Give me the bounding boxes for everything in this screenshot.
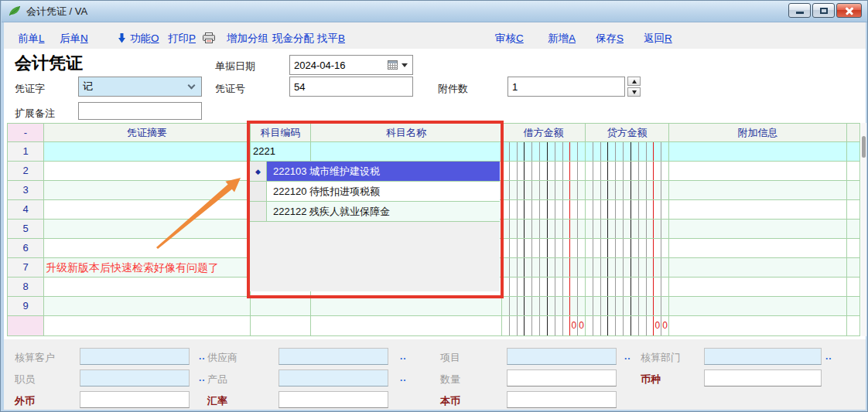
cell-debit[interactable] xyxy=(502,142,586,162)
row-number-cell[interactable]: 8 xyxy=(8,278,44,297)
supplier-lookup-button[interactable]: .. xyxy=(400,351,407,362)
cell-debit[interactable] xyxy=(502,220,586,239)
cell-summary[interactable] xyxy=(44,220,251,239)
cell-credit[interactable] xyxy=(586,278,669,297)
cell-debit[interactable] xyxy=(502,162,586,181)
cell-extra[interactable] xyxy=(669,297,847,316)
toolbar-prev-button[interactable]: 前单L xyxy=(18,32,45,46)
cell-extra[interactable] xyxy=(669,181,847,200)
row-number-cell[interactable]: 2 xyxy=(8,162,44,181)
cell-spare[interactable] xyxy=(847,200,860,220)
project-lookup-button[interactable]: .. xyxy=(624,351,631,362)
dropdown-item[interactable]: 222122 残疾人就业保障金 xyxy=(250,202,500,222)
cell-credit[interactable] xyxy=(586,297,669,316)
cell-summary[interactable] xyxy=(44,142,251,162)
cell-credit[interactable] xyxy=(586,220,669,239)
close-button[interactable] xyxy=(836,3,862,18)
currency-input[interactable] xyxy=(704,369,822,386)
cell-name[interactable] xyxy=(311,142,502,162)
stepper-up-button[interactable] xyxy=(627,77,641,86)
row-number-cell[interactable] xyxy=(8,316,44,336)
toolbar-next-button[interactable]: 后单N xyxy=(60,32,88,46)
cell-spare[interactable] xyxy=(847,162,860,181)
account-code-editor[interactable]: 2221 xyxy=(251,142,311,162)
cell-name[interactable] xyxy=(311,297,502,316)
memo-input[interactable] xyxy=(78,102,202,120)
cell-summary[interactable] xyxy=(44,297,251,316)
row-number-cell[interactable]: 5 xyxy=(8,220,44,239)
row-number-cell[interactable]: 4 xyxy=(8,200,44,220)
foreign-amount-input[interactable] xyxy=(80,391,190,408)
date-dropdown-arrow-icon[interactable] xyxy=(402,63,408,67)
cell-credit[interactable] xyxy=(586,200,669,220)
product-input[interactable] xyxy=(279,369,388,386)
cell-extra[interactable] xyxy=(669,220,847,239)
calendar-icon[interactable] xyxy=(388,60,398,70)
scrollbar-thumb[interactable] xyxy=(862,136,866,158)
employee-lookup-button[interactable]: .. xyxy=(199,373,206,383)
cell-spare[interactable] xyxy=(847,297,860,316)
cell-extra[interactable] xyxy=(669,278,847,297)
cell-spare[interactable] xyxy=(847,220,860,239)
cell-code[interactable] xyxy=(251,297,311,316)
cell-extra[interactable] xyxy=(669,142,847,162)
toolbar-return-button[interactable]: 返回R xyxy=(644,32,672,46)
customer-lookup-button[interactable]: .. xyxy=(199,351,206,362)
cell-extra[interactable] xyxy=(669,162,847,181)
department-input[interactable] xyxy=(704,348,822,365)
row-number-cell[interactable]: 7 xyxy=(8,258,44,278)
toolbar-audit-button[interactable]: 审核C xyxy=(495,32,524,46)
row-number-cell[interactable]: 9 xyxy=(8,297,44,316)
cell-spare[interactable] xyxy=(847,278,860,297)
cell-summary[interactable] xyxy=(44,181,251,200)
dropdown-item[interactable]: 222120 待抵扣进项税额 xyxy=(250,182,500,202)
dropdown-item-selected[interactable]: ◆ 222103 城市维护建设税 xyxy=(250,162,500,182)
toolbar-cash-allocate-button[interactable]: 现金分配 xyxy=(272,32,314,46)
cell-spare[interactable] xyxy=(847,258,860,278)
project-input[interactable] xyxy=(507,348,617,365)
local-amount-input[interactable] xyxy=(507,391,617,408)
cell-credit[interactable] xyxy=(586,142,669,162)
cell-credit[interactable] xyxy=(586,181,669,200)
row-number-cell[interactable]: 1 xyxy=(8,142,44,162)
customer-input[interactable] xyxy=(80,348,190,365)
attachments-input[interactable]: 1 xyxy=(507,77,625,97)
function-down-arrow-icon[interactable] xyxy=(118,32,126,46)
maximize-button[interactable] xyxy=(812,3,835,18)
stepper-down-button[interactable] xyxy=(627,87,641,97)
department-lookup-button[interactable]: .. xyxy=(825,351,832,362)
voucher-no-input[interactable]: 54 xyxy=(289,77,413,97)
cell-extra[interactable] xyxy=(669,200,847,220)
row-number-cell[interactable]: 3 xyxy=(8,181,44,200)
toolbar-new-button[interactable]: 新增A xyxy=(548,32,576,46)
cell-debit[interactable] xyxy=(502,297,586,316)
minimize-button[interactable] xyxy=(788,3,811,18)
cell-summary[interactable] xyxy=(44,162,251,181)
toolbar-add-group-button[interactable]: 增加分组 xyxy=(227,32,268,46)
exchange-rate-input[interactable] xyxy=(279,391,388,408)
cell-summary[interactable]: 升级新版本后快速检索好像有问题了 xyxy=(44,258,251,278)
cell-spare[interactable] xyxy=(847,181,860,200)
cell-summary[interactable] xyxy=(44,278,251,297)
cell-credit[interactable] xyxy=(586,239,669,258)
toolbar-balance-button[interactable]: 找平B xyxy=(317,32,345,46)
cell-credit[interactable] xyxy=(586,258,669,278)
cell-extra[interactable] xyxy=(669,239,847,258)
cell-spare[interactable] xyxy=(847,142,860,162)
cell-credit[interactable] xyxy=(586,162,669,181)
cell-debit[interactable] xyxy=(502,258,586,278)
date-input[interactable]: 2024-04-16 xyxy=(289,55,413,75)
printer-icon[interactable] xyxy=(203,32,216,46)
cell-summary[interactable] xyxy=(44,200,251,220)
cell-summary[interactable] xyxy=(44,239,251,258)
supplier-input[interactable] xyxy=(279,348,388,365)
quantity-input[interactable] xyxy=(507,369,617,386)
product-lookup-button[interactable]: .. xyxy=(400,373,407,383)
row-number-cell[interactable]: 6 xyxy=(8,239,44,258)
cell-spare[interactable] xyxy=(847,239,860,258)
toolbar-function-button[interactable]: 功能O xyxy=(130,32,159,46)
toolbar-print-button[interactable]: 打印P xyxy=(168,32,196,46)
voucher-word-select[interactable]: 记 xyxy=(78,77,202,97)
toolbar-save-button[interactable]: 保存S xyxy=(596,32,624,46)
employee-input[interactable] xyxy=(80,369,190,386)
